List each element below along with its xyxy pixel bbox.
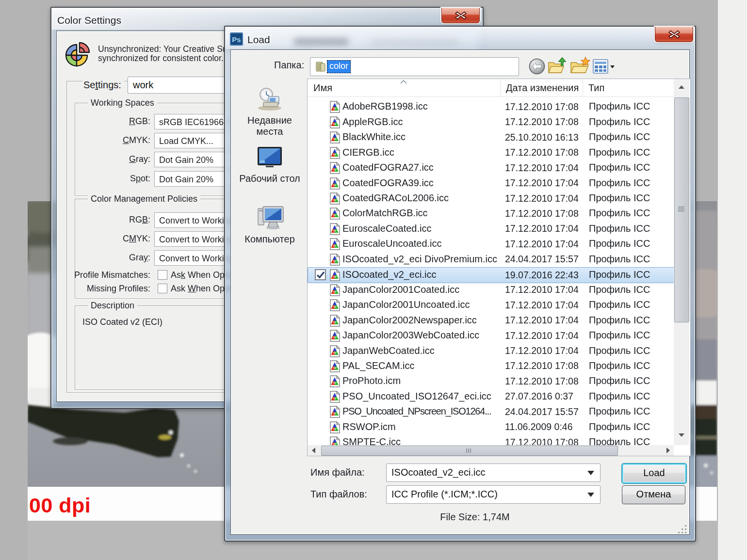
svg-text:Ps: Ps	[232, 35, 241, 44]
